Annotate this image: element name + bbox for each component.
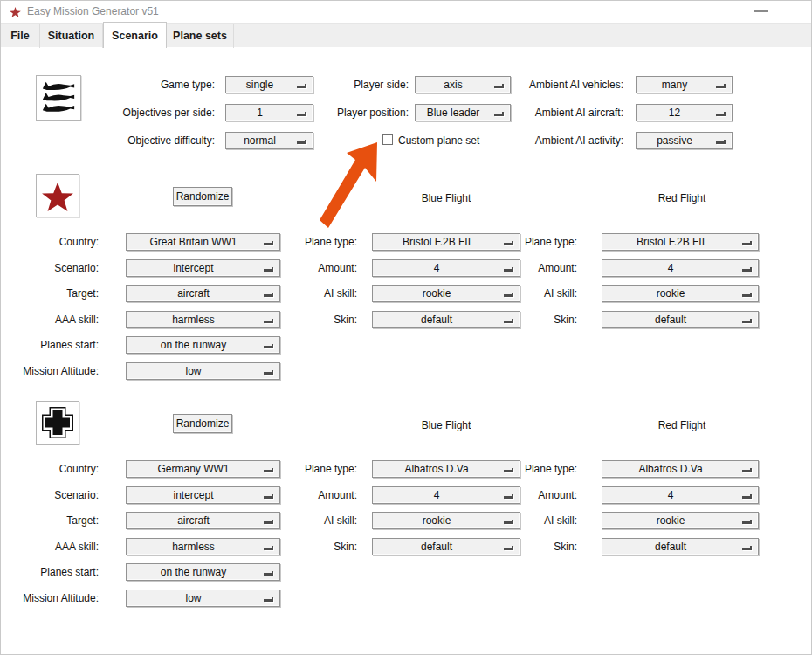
player-position-dropdown[interactable]: Blue leader xyxy=(415,104,511,121)
britain-country-dropdown[interactable]: Great Britain WW1 xyxy=(126,233,280,251)
britain-planes-start-value: on the runway xyxy=(130,337,257,353)
player-side-dropdown[interactable]: axis xyxy=(415,76,511,93)
custom-plane-set-label: Custom plane set xyxy=(398,132,503,149)
britain-blue-flight-header: Blue Flight xyxy=(376,190,516,207)
germany-aaa-skill-dropdown[interactable]: harmless xyxy=(126,538,280,555)
britain-aaa-skill-dropdown[interactable]: harmless xyxy=(126,311,280,328)
britain-target-dropdown[interactable]: aircraft xyxy=(126,285,280,302)
britain-mission-altitude-dropdown[interactable]: low xyxy=(126,362,280,380)
germany-red-ai-skill-dropdown[interactable]: rookie xyxy=(602,512,759,529)
germany-red-amount-value: 4 xyxy=(606,487,735,503)
tab-scenario[interactable]: Scenario xyxy=(103,22,167,48)
britain-red-ai-skill-dropdown[interactable]: rookie xyxy=(602,285,759,302)
germany-red-skin-value: default xyxy=(606,539,735,555)
germany-red-skin-label: Skin: xyxy=(490,538,577,555)
britain-red-skin-value: default xyxy=(606,312,735,328)
germany-red-plane-type-dropdown[interactable]: Albatros D.Va xyxy=(602,460,759,478)
germany-red-ai-skill-value: rookie xyxy=(606,513,735,528)
objective-difficulty-dropdown[interactable]: normal xyxy=(225,132,313,149)
germany-blue-amount-value: 4 xyxy=(376,487,497,503)
dropdown-glyph-icon xyxy=(742,241,752,245)
germany-blue-skin-value: default xyxy=(376,539,497,555)
britain-red-plane-type-label: Plane type: xyxy=(490,233,577,251)
player-side-value: axis xyxy=(419,77,487,93)
britain-red-skin-dropdown[interactable]: default xyxy=(602,311,759,328)
ambient-ai-activity-dropdown[interactable]: passive xyxy=(636,132,733,149)
hand-drawn-arrow-annotation xyxy=(311,136,389,237)
germany-red-flight-header: Red Flight xyxy=(603,417,760,434)
tab-file[interactable]: File xyxy=(1,24,40,48)
dropdown-glyph-icon xyxy=(297,140,306,144)
britain-red-plane-type-dropdown[interactable]: Bristol F.2B FII xyxy=(602,233,759,251)
germany-aaa-skill-value: harmless xyxy=(130,539,257,555)
germany-red-amount-dropdown[interactable]: 4 xyxy=(602,486,759,504)
britain-scenario-value: intercept xyxy=(130,260,257,276)
germany-blue-plane-type-value: Albatros D.Va xyxy=(376,461,497,477)
britain-target-value: aircraft xyxy=(130,286,257,301)
player-side-label: Player side: xyxy=(289,76,409,93)
britain-mission-altitude-value: low xyxy=(130,363,257,379)
game-type-label: Game type: xyxy=(71,76,215,93)
germany-scenario-dropdown[interactable]: intercept xyxy=(126,486,280,504)
ambient-ai-vehicles-dropdown[interactable]: many xyxy=(636,76,733,93)
germany-blue-ai-skill-value: rookie xyxy=(376,513,497,528)
dropdown-glyph-icon xyxy=(716,112,726,116)
germany-red-plane-type-value: Albatros D.Va xyxy=(606,461,735,477)
britain-red-ai-skill-label: AI skill: xyxy=(490,285,577,302)
germany-mission-altitude-dropdown[interactable]: low xyxy=(126,590,280,607)
britain-scenario-dropdown[interactable]: intercept xyxy=(126,259,280,277)
germany-target-label: Target: xyxy=(1,512,99,529)
tab-strip: File Situation Scenario Plane sets xyxy=(1,23,811,47)
britain-red-flight-header: Red Flight xyxy=(603,190,760,207)
germany-country-value: Germany WW1 xyxy=(130,461,257,477)
britain-blue-skin-value: default xyxy=(376,312,497,328)
germany-blue-skin-label: Skin: xyxy=(263,538,357,555)
britain-blue-plane-type-label: Plane type: xyxy=(263,233,357,251)
dropdown-glyph-icon xyxy=(742,293,752,297)
player-position-label: Player position: xyxy=(289,104,409,121)
objectives-per-side-value: 1 xyxy=(230,105,290,121)
britain-red-plane-type-value: Bristol F.2B FII xyxy=(606,234,735,250)
dropdown-glyph-icon xyxy=(264,344,273,348)
germany-blue-flight-header: Blue Flight xyxy=(376,417,516,434)
germany-target-value: aircraft xyxy=(130,513,257,528)
germany-scenario-value: intercept xyxy=(130,487,257,503)
germany-planes-start-dropdown[interactable]: on the runway xyxy=(126,563,280,581)
germany-scenario-label: Scenario: xyxy=(1,486,99,504)
germany-blue-plane-type-label: Plane type: xyxy=(263,460,357,478)
minimize-button[interactable] xyxy=(754,10,768,12)
ambient-ai-vehicles-label: Ambient AI vehicles: xyxy=(499,76,623,93)
dropdown-glyph-icon xyxy=(716,140,726,144)
custom-plane-set-checkbox[interactable] xyxy=(382,134,393,145)
germany-target-dropdown[interactable]: aircraft xyxy=(126,512,280,529)
britain-red-amount-dropdown[interactable]: 4 xyxy=(602,259,759,277)
britain-country-label: Country: xyxy=(1,233,99,251)
ambient-ai-aircraft-value: 12 xyxy=(640,105,709,121)
dropdown-glyph-icon xyxy=(264,597,273,602)
germany-red-skin-dropdown[interactable]: default xyxy=(602,538,759,555)
app-star-icon xyxy=(9,5,22,18)
britain-randomize-button[interactable]: Randomize xyxy=(173,187,232,206)
dropdown-glyph-icon xyxy=(264,571,273,576)
germany-country-dropdown[interactable]: Germany WW1 xyxy=(126,460,280,478)
app-window: Easy Mission Generator v51 File Situatio… xyxy=(0,0,812,655)
game-type-value: single xyxy=(230,77,290,93)
germany-planes-start-value: on the runway xyxy=(130,564,257,580)
germany-blue-amount-label: Amount: xyxy=(263,486,357,504)
britain-planes-start-dropdown[interactable]: on the runway xyxy=(126,336,280,354)
ambient-ai-vehicles-value: many xyxy=(640,77,709,93)
germany-randomize-button[interactable]: Randomize xyxy=(173,414,232,433)
tab-plane-sets[interactable]: Plane sets xyxy=(167,24,234,48)
tab-situation[interactable]: Situation xyxy=(40,24,103,48)
britain-red-skin-label: Skin: xyxy=(490,311,577,328)
britain-blue-amount-value: 4 xyxy=(376,260,497,276)
britain-aaa-skill-value: harmless xyxy=(130,312,257,328)
britain-target-label: Target: xyxy=(1,285,99,302)
ambient-ai-aircraft-dropdown[interactable]: 12 xyxy=(636,104,733,121)
ambient-ai-activity-value: passive xyxy=(640,133,709,148)
red-star-icon xyxy=(36,174,79,217)
player-position-value: Blue leader xyxy=(419,105,487,121)
dropdown-glyph-icon xyxy=(742,546,752,550)
german-cross-icon xyxy=(36,401,79,445)
britain-blue-amount-label: Amount: xyxy=(263,259,357,277)
